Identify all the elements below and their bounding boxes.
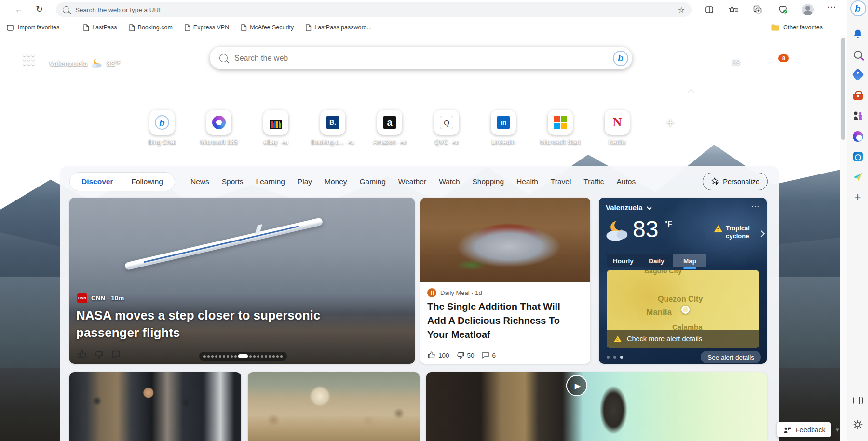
- alert-chevron-right[interactable]: [759, 229, 764, 238]
- comments-button[interactable]: [111, 349, 121, 361]
- carousel-dot[interactable]: [272, 355, 275, 358]
- quick-link-microsoft-start[interactable]: [548, 110, 573, 135]
- url-input[interactable]: [74, 6, 678, 14]
- carousel-dot[interactable]: [234, 355, 237, 358]
- favorite-item-booking[interactable]: Booking.com: [129, 24, 173, 31]
- sidebar-panel-icon[interactable]: [852, 394, 864, 407]
- scroll-down-arrow[interactable]: ▾: [836, 426, 839, 433]
- carousel-dot[interactable]: [207, 355, 210, 358]
- edit-background-icon[interactable]: [794, 150, 803, 160]
- favorite-star-icon[interactable]: ☆: [678, 5, 685, 14]
- split-screen-icon[interactable]: [703, 3, 716, 16]
- weather-more-menu[interactable]: …: [751, 200, 760, 210]
- favorites-icon[interactable]: [727, 3, 740, 16]
- copilot-sidebar-icon[interactable]: b: [852, 2, 864, 14]
- scrollbar-thumb[interactable]: [841, 38, 845, 140]
- tab-learning[interactable]: Learning: [256, 177, 285, 186]
- play-button[interactable]: ▶: [566, 375, 587, 396]
- bing-copilot-icon[interactable]: b: [613, 51, 628, 66]
- carousel-dot[interactable]: [249, 355, 252, 358]
- tab-gaming[interactable]: Gaming: [360, 177, 386, 186]
- page-scrollbar[interactable]: [840, 36, 847, 441]
- feedback-button[interactable]: Feedback: [777, 422, 831, 437]
- tab-travel[interactable]: Travel: [551, 177, 571, 186]
- tab-discover[interactable]: Discover: [81, 177, 113, 186]
- tab-traffic[interactable]: Traffic: [583, 177, 604, 186]
- tab-shopping[interactable]: Shopping: [473, 177, 504, 186]
- quick-link-bing-chat[interactable]: b: [149, 110, 175, 135]
- carousel-dot[interactable]: [269, 355, 271, 358]
- sidebar-settings-gear-icon[interactable]: [852, 418, 864, 431]
- quick-link-booking[interactable]: B.: [320, 110, 345, 135]
- thumbs-up-button[interactable]: 100: [427, 351, 449, 360]
- mobile-sync-icon[interactable]: [714, 58, 722, 71]
- carousel-dot[interactable]: [219, 355, 221, 358]
- add-quick-link-button[interactable]: +: [662, 114, 679, 131]
- quick-link-qvc[interactable]: Q: [434, 110, 459, 135]
- tab-autos[interactable]: Autos: [617, 177, 636, 186]
- weather-location-selector[interactable]: Valenzuela: [606, 203, 651, 212]
- tools-sidebar-icon[interactable]: [852, 89, 864, 101]
- carousel-dot[interactable]: [613, 356, 616, 359]
- tab-watch[interactable]: Watch: [439, 177, 460, 186]
- carousel-dot[interactable]: [280, 355, 283, 358]
- weather-tab-daily[interactable]: Daily: [640, 254, 673, 267]
- fullscreen-icon[interactable]: [815, 150, 825, 160]
- recipe-story-card[interactable]: Daily Meal · 1d The Single Addition That…: [420, 198, 590, 364]
- quick-link-netflix[interactable]: N: [605, 110, 630, 135]
- carousel-dot[interactable]: [227, 355, 229, 358]
- weather-summary-chip[interactable]: Valenzuela 83°F: [49, 58, 129, 69]
- quick-link-linkedin[interactable]: in: [491, 110, 516, 135]
- shopping-sidebar-icon[interactable]: [852, 68, 864, 81]
- browser-essentials-icon[interactable]: [776, 3, 789, 16]
- hero-story-card[interactable]: CNN CNN · 10m NASA moves a step closer t…: [69, 198, 415, 364]
- carousel-dot-active[interactable]: [620, 356, 623, 359]
- carousel-dot[interactable]: [265, 355, 267, 358]
- weather-map[interactable]: Baguio City Quezon City Manila Calamba C…: [607, 270, 759, 348]
- personalize-button[interactable]: Personalize: [703, 173, 768, 190]
- favorite-item-lastpass-password[interactable]: LastPass password...: [305, 24, 372, 31]
- weather-card[interactable]: Valenzuela … 83 °F Tropical cyclone Hour…: [599, 198, 767, 364]
- carousel-dot[interactable]: [261, 355, 263, 358]
- carousel-dot[interactable]: [203, 355, 206, 358]
- microsoft-365-sidebar-icon[interactable]: [852, 130, 864, 143]
- tab-weather[interactable]: Weather: [398, 177, 426, 186]
- notifications-sidebar-icon[interactable]: [852, 28, 864, 40]
- favorite-item-mcafee[interactable]: McAfee Security: [241, 24, 294, 31]
- import-favorites-button[interactable]: Import favorites: [7, 24, 59, 31]
- weather-tab-hourly[interactable]: Hourly: [607, 254, 640, 267]
- quick-link-microsoft-365[interactable]: [206, 110, 231, 135]
- carousel-dot[interactable]: [223, 355, 225, 358]
- see-alert-details-button[interactable]: See alert details: [701, 351, 761, 363]
- settings-menu-icon[interactable]: ⋯: [827, 2, 836, 13]
- quick-link-ebay[interactable]: [263, 110, 288, 135]
- carousel-dot[interactable]: [607, 356, 610, 359]
- comments-button[interactable]: 6: [481, 351, 496, 360]
- customize-sidebar-plus-icon[interactable]: +: [852, 191, 864, 203]
- thumbs-down-button[interactable]: [94, 349, 104, 361]
- weather-tab-map[interactable]: Map: [673, 254, 706, 267]
- web-search-bar[interactable]: b: [210, 47, 632, 69]
- back-icon[interactable]: ←: [14, 4, 23, 14]
- favorite-item-expressvpn[interactable]: Express VPN: [184, 24, 229, 31]
- story-image-card-courthouse[interactable]: [69, 372, 241, 441]
- games-sidebar-icon[interactable]: [852, 109, 864, 121]
- tab-news[interactable]: News: [190, 177, 209, 186]
- search-sidebar-icon[interactable]: [852, 48, 864, 61]
- tab-sports[interactable]: Sports: [222, 177, 244, 186]
- collections-icon[interactable]: [751, 3, 764, 16]
- app-launcher-icon[interactable]: [23, 54, 36, 67]
- carousel-dots[interactable]: [199, 352, 287, 361]
- collapse-quick-links-chevron[interactable]: [689, 88, 693, 96]
- rewards-trophy-icon[interactable]: [748, 58, 760, 70]
- favorite-item-lastpass[interactable]: LastPass: [83, 24, 117, 31]
- story-headline[interactable]: The Single Addition That Will Add A Deli…: [427, 300, 578, 342]
- quick-link-amazon[interactable]: a: [377, 110, 402, 135]
- carousel-dot-active[interactable]: [238, 354, 248, 358]
- carousel-dot[interactable]: [215, 355, 217, 358]
- tab-money[interactable]: Money: [325, 177, 347, 186]
- profile-avatar[interactable]: [801, 3, 814, 16]
- thumbs-down-button[interactable]: 50: [456, 351, 475, 360]
- carousel-dot[interactable]: [276, 355, 279, 358]
- web-search-input[interactable]: [233, 53, 613, 63]
